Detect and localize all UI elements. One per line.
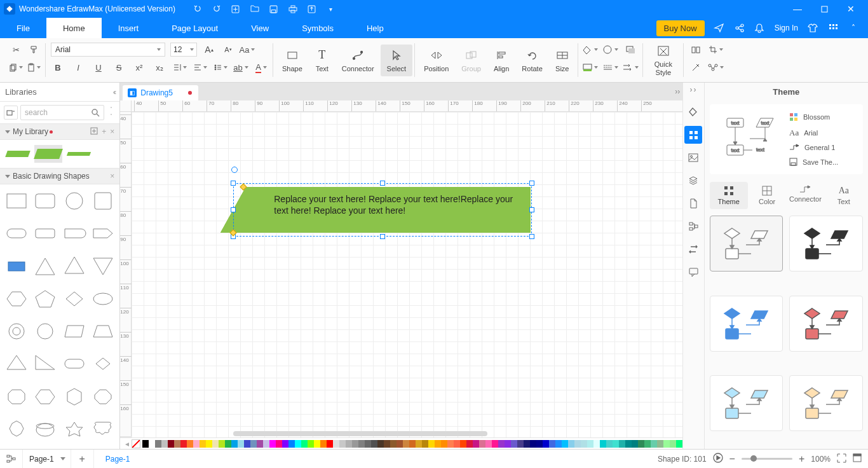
color-swatch[interactable] <box>384 440 390 448</box>
theme-font-row[interactable]: AaArial <box>789 128 860 138</box>
quick-style-tool[interactable]: Quick Style <box>648 40 679 79</box>
menu-insert[interactable]: Insert <box>102 18 156 38</box>
shape-palette-item[interactable] <box>91 416 116 442</box>
collapse-ribbon-icon[interactable]: ˄ <box>848 22 859 34</box>
handle-e[interactable] <box>529 207 534 212</box>
expand-right-icon[interactable]: ›› <box>672 83 682 100</box>
color-swatch[interactable] <box>632 440 638 448</box>
rotate-handle[interactable] <box>231 167 238 173</box>
menu-symbols[interactable]: Symbols <box>285 18 350 38</box>
arrow-style-icon[interactable] <box>624 60 638 74</box>
shape-palette-item[interactable] <box>33 319 58 344</box>
color-swatch[interactable] <box>593 440 600 448</box>
buy-now-button[interactable]: Buy Now <box>656 20 705 36</box>
color-swatch[interactable] <box>517 440 524 448</box>
color-swatch[interactable] <box>174 440 180 448</box>
color-swatch[interactable] <box>638 440 644 448</box>
color-swatch[interactable] <box>663 440 670 448</box>
shape-palette-item[interactable] <box>33 351 58 376</box>
fill-panel-icon[interactable] <box>684 103 702 121</box>
color-swatch[interactable] <box>282 440 288 448</box>
theme-tab-theme[interactable]: Theme <box>710 182 748 209</box>
color-swatch[interactable] <box>301 440 308 448</box>
position-tool[interactable]: Position <box>417 45 455 76</box>
qat-more-icon[interactable]: ▾ <box>323 1 339 17</box>
document-tab[interactable]: ◧ Drawing5 <box>123 85 198 100</box>
text-tool[interactable]: TText <box>309 45 336 76</box>
bold-icon[interactable]: B <box>51 60 65 74</box>
shape-palette-item[interactable] <box>4 351 29 376</box>
color-swatch[interactable] <box>314 440 320 448</box>
shape-palette-item[interactable] <box>4 416 29 442</box>
color-swatch[interactable] <box>574 440 581 448</box>
lib-thumb-2[interactable] <box>34 145 62 163</box>
add-page-icon[interactable]: + <box>71 450 94 468</box>
color-swatch[interactable] <box>511 440 517 448</box>
color-swatch[interactable] <box>339 440 346 448</box>
redo-icon[interactable] <box>209 1 224 17</box>
shape-palette-item[interactable] <box>91 221 116 246</box>
basic-shapes-label[interactable]: Basic Drawing Shapes <box>13 172 90 181</box>
color-swatch[interactable] <box>149 440 155 448</box>
handle-ne[interactable] <box>529 181 534 186</box>
color-swatch[interactable] <box>454 440 460 448</box>
shape-palette-item[interactable] <box>91 319 116 344</box>
theme-panel-icon[interactable] <box>684 126 702 144</box>
color-swatch[interactable] <box>206 440 212 448</box>
shape-palette-item[interactable] <box>4 286 29 312</box>
color-swatch[interactable] <box>263 440 269 448</box>
close-lib-icon[interactable]: × <box>110 127 114 137</box>
zoom-slider[interactable] <box>742 458 792 460</box>
bell-icon[interactable] <box>754 22 766 34</box>
color-swatch[interactable] <box>161 440 168 448</box>
color-swatch[interactable] <box>644 440 651 448</box>
color-swatch[interactable] <box>225 440 231 448</box>
theme-tab-color[interactable]: Color <box>748 182 786 209</box>
outline-tree-icon[interactable] <box>0 450 23 468</box>
color-swatch[interactable] <box>600 440 606 448</box>
handle-w[interactable] <box>231 207 236 212</box>
theme-card[interactable] <box>710 216 783 272</box>
presentation-icon[interactable] <box>713 453 723 465</box>
color-swatch[interactable] <box>403 440 409 448</box>
my-library-label[interactable]: My Library <box>13 127 48 136</box>
crop-icon[interactable] <box>709 43 723 57</box>
export-icon[interactable] <box>304 1 320 17</box>
colorbar-left-icon[interactable]: ◂ <box>123 439 132 448</box>
color-swatch[interactable] <box>409 440 416 448</box>
new-icon[interactable] <box>228 1 243 17</box>
color-swatch[interactable] <box>231 440 238 448</box>
shape-palette-item[interactable] <box>62 188 87 214</box>
color-swatch[interactable] <box>530 440 536 448</box>
color-swatch[interactable] <box>320 440 327 448</box>
font-select[interactable]: Arial <box>51 43 165 57</box>
shape-palette-item[interactable] <box>62 254 87 279</box>
color-swatch[interactable] <box>466 440 473 448</box>
theme-card[interactable] <box>789 216 863 272</box>
color-swatch[interactable] <box>562 440 568 448</box>
shape-palette-item[interactable] <box>33 254 58 279</box>
zoom-out-icon[interactable]: − <box>729 453 735 465</box>
color-swatch[interactable] <box>377 440 384 448</box>
theme-card[interactable] <box>710 296 783 352</box>
copy-icon[interactable] <box>9 60 23 74</box>
shirt-icon[interactable] <box>807 22 818 34</box>
apps-icon[interactable] <box>827 22 839 34</box>
comment-panel-icon[interactable] <box>684 263 702 281</box>
shrink-font-icon[interactable]: A▾ <box>221 43 235 57</box>
color-swatch[interactable] <box>238 440 244 448</box>
color-swatch[interactable] <box>657 440 663 448</box>
color-swatch[interactable] <box>276 440 282 448</box>
line-icon[interactable] <box>604 43 618 57</box>
fill-color-icon[interactable] <box>583 60 597 74</box>
color-swatch[interactable] <box>358 440 365 448</box>
color-swatch[interactable] <box>371 440 377 448</box>
color-swatch[interactable] <box>619 440 625 448</box>
theme-tab-connector[interactable]: Connector <box>786 182 824 209</box>
color-swatch[interactable] <box>485 440 492 448</box>
shape-palette-item[interactable] <box>33 221 58 246</box>
color-swatch[interactable] <box>244 440 250 448</box>
zoom-label[interactable]: 100% <box>811 455 831 464</box>
underline-icon[interactable]: U <box>92 60 105 74</box>
layers-panel-icon[interactable] <box>684 172 702 189</box>
